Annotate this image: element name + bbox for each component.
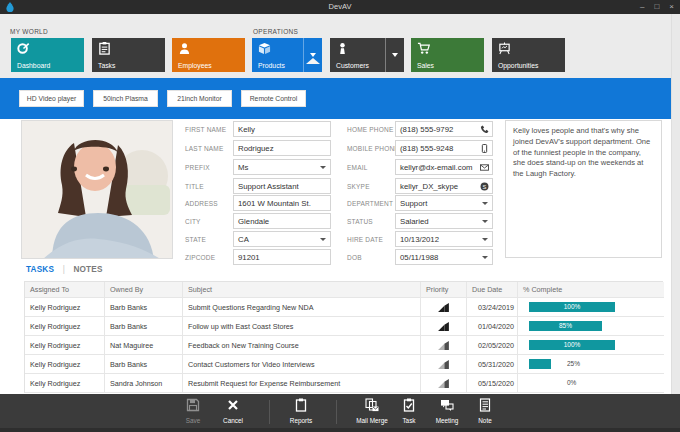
field-city: CITY Glendale (185, 213, 331, 229)
first-name-input[interactable]: Kelly (233, 121, 331, 137)
customers-dropdown-button[interactable] (385, 38, 404, 72)
ribbon-group-my-world: MY WORLD (10, 28, 48, 35)
products-dropdown-button[interactable] (303, 38, 322, 72)
department-select[interactable]: Support (395, 195, 493, 211)
field-hire-date: HIRE DATE 10/13/2012 (347, 231, 493, 247)
close-button[interactable]: × (669, 0, 674, 14)
product-button-21inch-monitor[interactable]: 21inch Monitor (167, 90, 232, 107)
priority-icon (438, 303, 449, 312)
title-input[interactable]: Support Assistant (233, 178, 331, 194)
table-row[interactable]: Kelly Rodriguez Barb Banks Submit Questi… (25, 298, 662, 317)
customers-person-icon (336, 42, 349, 55)
tile-label: Dashboard (17, 62, 50, 69)
window-title: DevAV (0, 2, 680, 11)
progress-bar: 100% (529, 340, 615, 350)
save-button[interactable]: Save (171, 398, 215, 428)
bottom-toolbar: Save Cancel Reports Mail Merge Task Meet… (0, 394, 680, 432)
priority-icon (438, 341, 449, 350)
chevron-down-icon (320, 238, 326, 241)
detail-tabs: TASKS | NOTES (26, 265, 103, 274)
phone-icon (480, 125, 489, 134)
priority-icon (438, 360, 449, 369)
employees-person-icon (178, 42, 191, 55)
tile-products[interactable]: Products (252, 38, 322, 72)
tile-label: Products (258, 62, 285, 69)
email-input[interactable]: kellyr@dx-email.com (395, 159, 493, 175)
field-address: ADDRESS 1601 W Mountain St. (185, 195, 331, 211)
field-mobile-phone: MOBILE PHONE (818) 555-9248 (347, 140, 493, 156)
field-prefix: PREFIX Ms (185, 159, 331, 175)
dashboard-gauge-icon (17, 42, 30, 55)
employee-photo (21, 120, 173, 259)
tasks-clipboard-icon (98, 42, 111, 55)
chevron-down-icon (310, 53, 316, 57)
column-header-priority[interactable]: Priority (421, 282, 467, 298)
column-header-due-date[interactable]: Due Date (467, 282, 518, 298)
table-row[interactable]: Kelly Rodriguez Nat Maguiree Feedback on… (25, 336, 662, 355)
hire-date-select[interactable]: 10/13/2012 (395, 231, 493, 247)
column-header-percent-complete[interactable]: % Complete (518, 282, 664, 298)
toolbar-separator (336, 400, 337, 424)
cancel-button[interactable]: Cancel (211, 398, 255, 428)
prefix-select[interactable]: Ms (233, 159, 331, 175)
mobile-phone-input[interactable]: (818) 555-9248 (395, 140, 493, 156)
mail-merge-icon (365, 398, 379, 412)
state-select[interactable]: CA (233, 231, 331, 247)
product-bar: HD Video player 50inch Plasma 21inch Mon… (0, 78, 680, 119)
table-header-row: Assigned To Owned By Subject Priority Du… (25, 282, 662, 298)
toolbar-bottom-edge (0, 428, 680, 432)
progress-bar: 25% (529, 359, 615, 369)
field-skype: SKYPE kellyr_DX_skype S (347, 178, 493, 194)
employee-detail-panel: FIRST NAME Kelly LAST NAME Rodriguez PRE… (0, 119, 680, 394)
save-icon (186, 398, 200, 412)
column-header-owned-by[interactable]: Owned By (105, 282, 183, 298)
table-row[interactable]: Kelly Rodriguez Barb Banks Follow up wit… (25, 317, 662, 336)
field-last-name: LAST NAME Rodriguez (185, 140, 331, 156)
table-row[interactable]: Kelly Rodriguez Sandra Johnson Resubmit … (25, 374, 662, 393)
tile-opportunities[interactable]: Opportunities (492, 38, 565, 72)
dob-select[interactable]: 05/11/1988 (395, 249, 493, 265)
chevron-down-icon (482, 238, 488, 241)
tile-label: Employees (178, 62, 212, 69)
field-state: STATE CA (185, 231, 331, 247)
note-button[interactable]: Note (463, 398, 507, 428)
status-select[interactable]: Salaried (395, 213, 493, 229)
tab-notes[interactable]: NOTES (73, 265, 102, 274)
progress-bar: 0% (529, 378, 615, 388)
tile-tasks[interactable]: Tasks (92, 38, 165, 72)
address-input[interactable]: 1601 W Mountain St. (233, 195, 331, 211)
tab-tasks[interactable]: TASKS (26, 265, 54, 274)
selected-tile-beak (306, 58, 320, 64)
product-button-hd-video-player[interactable]: HD Video player (19, 90, 84, 107)
minimize-button[interactable]: – (640, 0, 644, 14)
column-header-subject[interactable]: Subject (183, 282, 421, 298)
chevron-down-icon (482, 202, 488, 205)
skype-icon: S (480, 182, 489, 191)
column-header-assigned-to[interactable]: Assigned To (25, 282, 105, 298)
progress-bar: 85% (529, 321, 615, 331)
progress-bar: 100% (529, 302, 615, 312)
note-icon (478, 398, 492, 412)
maximize-button[interactable]: □ (654, 0, 659, 14)
ribbon-group-operations: OPERATIONS (253, 28, 298, 35)
field-first-name: FIRST NAME Kelly (185, 121, 331, 137)
tile-label: Customers (336, 62, 369, 69)
employee-bio-memo[interactable]: Kelly loves people and that's why she jo… (505, 120, 662, 258)
product-button-50inch-plasma[interactable]: 50inch Plasma (93, 90, 158, 107)
field-home-phone: HOME PHONE (818) 555-9792 (347, 121, 493, 137)
tile-customers[interactable]: Customers (330, 38, 404, 72)
product-button-remote-control[interactable]: Remote Control (241, 90, 306, 107)
skype-input[interactable]: kellyr_DX_skype S (395, 178, 493, 194)
tile-dashboard[interactable]: Dashboard (11, 38, 84, 72)
tab-separator: | (63, 265, 65, 274)
home-phone-input[interactable]: (818) 555-9792 (395, 121, 493, 137)
last-name-input[interactable]: Rodriguez (233, 140, 331, 156)
field-status: STATUS Salaried (347, 213, 493, 229)
tile-employees[interactable]: Employees (172, 38, 245, 72)
table-row[interactable]: Kelly Rodriguez Barb Banks Contact Custo… (25, 355, 662, 374)
zipcode-input[interactable]: 91201 (233, 249, 331, 265)
meeting-icon (440, 398, 454, 412)
tile-sales[interactable]: Sales (411, 38, 484, 72)
reports-button[interactable]: Reports (279, 398, 323, 428)
city-input[interactable]: Glendale (233, 213, 331, 229)
